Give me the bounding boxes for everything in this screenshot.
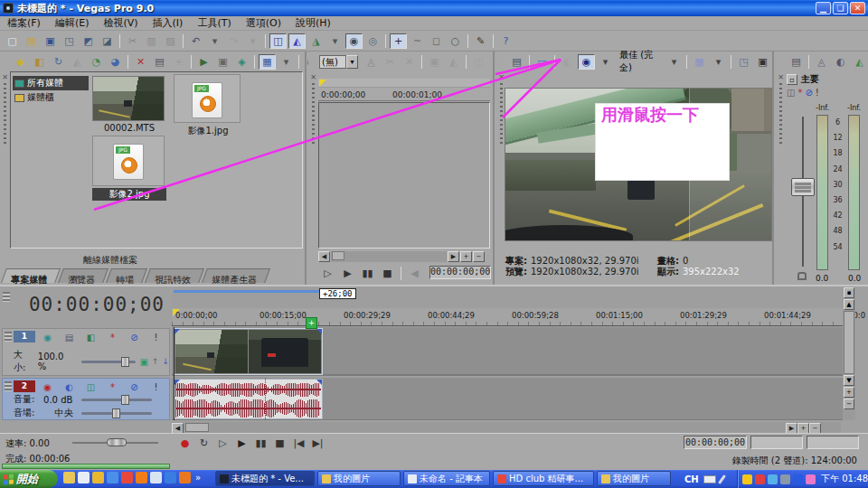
track1-fx-icon[interactable]: ▣ xyxy=(139,357,147,367)
copy-snapshot-icon[interactable]: ◳ xyxy=(735,54,752,70)
quality-dropdown-icon[interactable]: ▾ xyxy=(665,54,683,70)
open-media-icon[interactable]: ◪ xyxy=(99,33,116,49)
paste-icon[interactable]: ▨ xyxy=(162,33,179,49)
close-button[interactable]: ✕ xyxy=(850,2,865,14)
track-zoom-out-icon[interactable]: − xyxy=(844,399,854,409)
save-markers-icon[interactable]: ▣ xyxy=(426,54,443,70)
folder-launcher-icon[interactable] xyxy=(63,472,75,483)
play-icon[interactable]: ▶ xyxy=(233,436,250,451)
track1-up-icon[interactable]: ↑ xyxy=(152,357,159,366)
media-tab-3[interactable]: 視訊特效 xyxy=(145,268,204,283)
trim-pause-icon[interactable]: ▮▮ xyxy=(359,266,376,281)
views-icon[interactable]: ▦ xyxy=(259,54,276,70)
trimmer-scroll-thumb[interactable] xyxy=(332,251,344,260)
track1-size-slider[interactable] xyxy=(81,361,136,363)
loop-region-bar[interactable] xyxy=(174,290,323,293)
track1-size-thumb[interactable] xyxy=(121,357,129,367)
lock-envelopes-icon[interactable]: ◮ xyxy=(307,33,325,49)
bus-gear-icon[interactable]: * xyxy=(797,88,802,98)
search-media-icon[interactable]: ◕ xyxy=(107,54,124,70)
record-icon[interactable]: ● xyxy=(176,436,193,451)
media-tab-1[interactable]: 瀏覽器 xyxy=(58,268,108,283)
language-indicator[interactable]: CH xyxy=(684,474,699,484)
loop-playback-icon[interactable]: ↻ xyxy=(195,436,212,451)
mixer-plug-icon[interactable]: ◭ xyxy=(851,54,868,70)
event-fade-handle[interactable] xyxy=(175,329,180,334)
messenger-tray-icon[interactable] xyxy=(742,474,752,484)
ripple-dropdown-icon[interactable]: ▾ xyxy=(326,33,344,49)
preview-quality-dropdown[interactable]: 最佳 (完全) xyxy=(617,49,663,74)
track2-grip[interactable] xyxy=(5,381,12,391)
project-video-properties-icon[interactable]: ▤ xyxy=(508,54,525,70)
zoom-out-icon[interactable]: − xyxy=(473,251,485,262)
scroll-left-icon[interactable]: ◀ xyxy=(172,423,184,434)
go-to-end-icon[interactable]: ▶| xyxy=(309,436,326,451)
media-tab-0[interactable]: 專案媒體 xyxy=(1,268,61,283)
group-events-icon[interactable]: ◎ xyxy=(364,33,382,49)
trimmer-ruler[interactable]: 0:00:00;00 00:00:01;00 xyxy=(318,89,490,101)
new-project-icon[interactable]: ▢ xyxy=(4,33,21,49)
import-media-icon[interactable]: ◆ xyxy=(12,54,29,70)
trimmer-preset-dropdown[interactable]: (無) ▾ xyxy=(319,55,358,69)
timeline-scroll-thumb[interactable] xyxy=(185,423,209,432)
selection-length-field[interactable] xyxy=(807,436,859,449)
track2-pan-slider[interactable] xyxy=(81,412,152,415)
go-to-start-icon[interactable]: |◀ xyxy=(290,436,307,451)
preview-external-monitor-icon[interactable]: ▭ xyxy=(533,54,551,70)
extract-audio-icon[interactable]: ◭ xyxy=(69,54,86,70)
trim-play-from-start-icon[interactable]: ▷ xyxy=(319,266,336,281)
scroll-up-icon[interactable]: ▲ xyxy=(844,299,854,310)
redo-icon[interactable]: ↷ xyxy=(225,33,242,49)
bus-solo-icon[interactable]: ! xyxy=(816,88,819,98)
restore-button[interactable]: ❏ xyxy=(833,2,848,14)
track1-grip[interactable] xyxy=(5,332,12,342)
track-zoom-in-icon[interactable]: + xyxy=(844,387,854,398)
normal-edit-tool-icon[interactable]: + xyxy=(390,33,407,49)
task-button-0[interactable]: 未標題的 * - Ve... xyxy=(215,471,315,486)
shuttle-knob[interactable] xyxy=(107,438,127,446)
menu-item-2[interactable]: 檢視(V) xyxy=(96,16,145,30)
media-properties-icon[interactable]: ▤ xyxy=(151,54,168,70)
save-project-icon[interactable]: ▣ xyxy=(42,33,59,49)
track-automation-icon[interactable]: ◧ xyxy=(82,330,99,345)
insert-bus-icon[interactable]: ◬ xyxy=(813,54,830,70)
scroll-left-icon[interactable]: ◀ xyxy=(318,251,330,262)
mixer-downmix-icon[interactable]: ◐ xyxy=(832,54,849,70)
undo-icon[interactable]: ↶ xyxy=(187,33,204,49)
firefox-launcher-icon[interactable] xyxy=(136,472,147,483)
media-fx-icon[interactable]: ◈ xyxy=(233,54,250,70)
project-properties-icon[interactable]: ◩ xyxy=(80,33,97,49)
taskbar-clock[interactable]: 下午 01:48 xyxy=(821,473,868,485)
undo-dropdown-icon[interactable]: ▾ xyxy=(206,33,223,49)
trim-stop-icon[interactable]: ■ xyxy=(379,266,396,281)
views-dropdown-icon[interactable]: ▾ xyxy=(278,54,295,70)
timeline-scroll-track[interactable] xyxy=(184,423,786,434)
timeline-ruler[interactable]: 0:00:00;0000:00:15;0000:00:29;2900:00:44… xyxy=(172,308,855,326)
scroll-right-icon[interactable]: ▶ xyxy=(448,251,459,262)
track-panel-icon[interactable]: ▪ xyxy=(844,287,854,298)
menu-item-0[interactable]: 檔案(F) xyxy=(0,16,48,30)
video-event[interactable] xyxy=(174,328,323,375)
pause-icon[interactable]: ▮▮ xyxy=(252,436,269,451)
open-in-audio-editor-icon[interactable]: ◬ xyxy=(363,54,380,70)
track2-volume-slider[interactable] xyxy=(81,399,152,401)
remove-media-icon[interactable]: ✕ xyxy=(132,54,149,70)
minimize-button[interactable]: ▁ xyxy=(816,2,831,14)
messenger-launcher-icon[interactable] xyxy=(92,472,104,483)
zonealarm-tray-icon[interactable] xyxy=(755,474,765,484)
media-panel-grip[interactable]: ✕ xyxy=(1,73,9,182)
quick-launch-overflow[interactable]: » xyxy=(195,473,201,483)
menu-item-5[interactable]: 選項(O) xyxy=(239,16,288,30)
bus-mute-icon[interactable]: ⊘ xyxy=(805,88,812,98)
selection-start-field[interactable]: 00:00:00;00 xyxy=(684,436,747,449)
menu-item-1[interactable]: 編輯(E) xyxy=(48,16,97,30)
stop-icon[interactable]: ■ xyxy=(271,436,288,451)
task-button-4[interactable]: 我的圖片 xyxy=(597,471,671,486)
trimmer-scrollbar[interactable]: ◀ ▶ + − xyxy=(318,251,490,262)
open-project-icon[interactable]: ▤ xyxy=(23,33,40,49)
track1-number[interactable]: 1 xyxy=(14,331,35,343)
timeline-grip[interactable] xyxy=(3,292,10,302)
pen-tool-icon[interactable]: ✎ xyxy=(472,33,489,49)
display-tray-icon[interactable] xyxy=(780,474,790,484)
track-solo-icon[interactable]: ! xyxy=(147,330,165,345)
